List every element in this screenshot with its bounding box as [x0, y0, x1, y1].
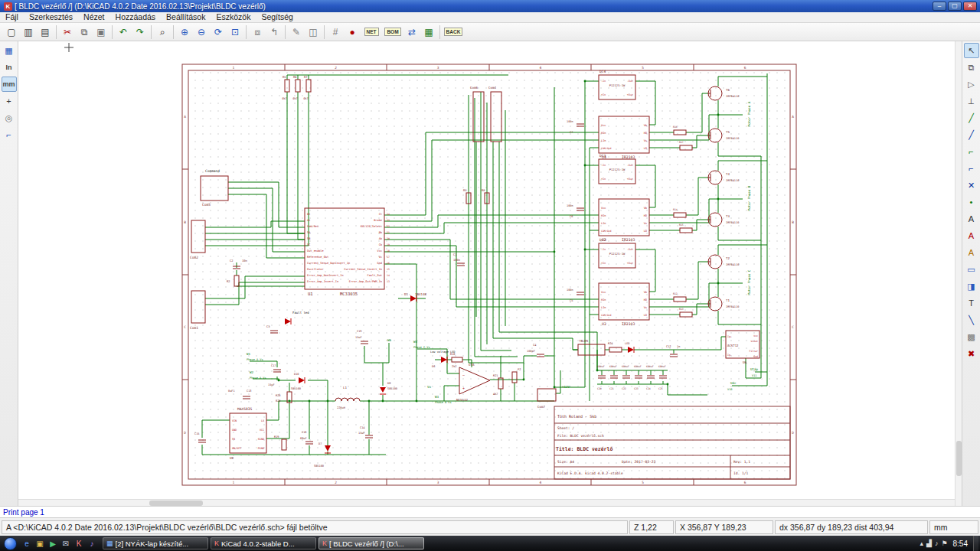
- hidden-pins-button[interactable]: ◎: [2, 110, 17, 126]
- schematic-text: Vb: [644, 124, 647, 127]
- bom-button[interactable]: BOM: [382, 24, 403, 40]
- place-power-port-button[interactable]: ⟂: [964, 93, 979, 109]
- close-button[interactable]: ✕: [963, 2, 977, 11]
- quick-launch-browser-button[interactable]: e: [21, 537, 33, 549]
- menu-hozz-ad-s[interactable]: Hozzáadás: [110, 12, 162, 22]
- quick-launch-media-button[interactable]: ▶: [47, 537, 59, 549]
- place-junction-icon: •: [970, 197, 973, 207]
- minimize-button[interactable]: –: [933, 2, 946, 11]
- place-component-button[interactable]: ▷: [964, 77, 979, 92]
- schematic-text: R16: [673, 126, 678, 129]
- import-sheet-pin-button[interactable]: ◨: [964, 279, 979, 294]
- grid-toggle-button[interactable]: ▦: [2, 43, 17, 58]
- schematic-text: Com1: [190, 326, 198, 330]
- tray-action-center-icon[interactable]: ⚑: [941, 540, 947, 547]
- schematic-text: T3: [726, 214, 730, 218]
- undo-button[interactable]: ↶: [115, 24, 132, 40]
- back-annotate-button[interactable]: BACK: [443, 24, 464, 40]
- menu-be-ll-t-sok[interactable]: Beállítások: [161, 12, 211, 22]
- menu-seg-ts-g[interactable]: Segítség: [256, 12, 298, 22]
- print-button[interactable]: ▤: [37, 24, 54, 40]
- vertical-scrollbar[interactable]: [955, 41, 962, 506]
- menu-eszk-z-k[interactable]: Eszközök: [211, 12, 256, 22]
- cut-button[interactable]: ✂: [59, 24, 76, 40]
- new-schematic-button[interactable]: ▢: [3, 24, 20, 40]
- bus-to-bus-entry-button[interactable]: ⌐: [964, 161, 979, 176]
- delete-item-button[interactable]: ✖: [964, 346, 979, 361]
- place-junction-button[interactable]: •: [964, 194, 979, 210]
- paste-button[interactable]: ▣: [93, 24, 109, 40]
- tray-network-icon[interactable]: ▟: [926, 540, 932, 547]
- units-inch-button[interactable]: In: [2, 60, 17, 75]
- hierarchy-nav-button[interactable]: ⧉: [964, 60, 979, 75]
- no-connect-flag-button[interactable]: ✕: [964, 178, 979, 193]
- cut-icon: ✂: [64, 27, 71, 37]
- library-browser-button[interactable]: ◫: [305, 24, 322, 40]
- hierarchy-navigator-button[interactable]: ⧈: [249, 24, 266, 40]
- run-pcbnew-button[interactable]: ▦: [420, 24, 437, 40]
- schematic-text: D1: [404, 292, 409, 296]
- taskbar-task-icon: ▦: [106, 540, 113, 547]
- vertical-scrollbar-thumb[interactable]: [956, 441, 962, 476]
- zoom-redraw-button[interactable]: ⟳: [210, 24, 227, 40]
- cursor-shape-button[interactable]: +: [2, 93, 17, 109]
- schematic-canvas[interactable]: 112233445566AABBCCDD R5R6R74k74k74k7Comm…: [18, 41, 962, 506]
- wire-to-bus-entry-button[interactable]: ⌐: [964, 144, 979, 159]
- annotate-button[interactable]: #: [327, 24, 344, 40]
- tray-show-hidden-icon[interactable]: ▴: [920, 540, 924, 547]
- place-sheet-button[interactable]: ▭: [964, 262, 979, 277]
- taskbar-task-2[interactable]: KKiCad 4.0.2-stable D...: [211, 537, 316, 549]
- library-editor-button[interactable]: ✎: [288, 24, 305, 40]
- redo-button[interactable]: ↷: [132, 24, 149, 40]
- import-sheet-pin-icon: ◨: [967, 282, 975, 292]
- place-text-button[interactable]: T: [964, 295, 979, 311]
- place-bitmap-button[interactable]: ▩: [964, 329, 979, 344]
- quick-launch-mail-button[interactable]: ✉: [60, 537, 72, 549]
- show-desktop-button[interactable]: [973, 536, 978, 551]
- quick-launch-kicad-button[interactable]: K: [73, 537, 85, 549]
- schematic-text: +Out: [627, 93, 633, 96]
- units-mm-button[interactable]: mm: [2, 77, 17, 92]
- zoom-fit-button[interactable]: ⊡: [227, 24, 243, 40]
- copy-button[interactable]: ⧉: [76, 24, 93, 40]
- place-global-label-button[interactable]: A: [964, 228, 979, 243]
- taskbar-task-1[interactable]: ▦[2] NYÁK-lap készíté...: [103, 537, 208, 549]
- schematic-text: PGND: [258, 447, 264, 450]
- menu-f-jl[interactable]: Fájl: [0, 12, 24, 22]
- maximize-button[interactable]: ▢: [948, 2, 962, 11]
- quick-launch-notes-button[interactable]: ♪: [86, 537, 98, 549]
- place-bus-button[interactable]: ╱: [964, 127, 979, 142]
- erc-button[interactable]: ●: [344, 24, 361, 40]
- footprint-assign-button[interactable]: ⇄: [403, 24, 420, 40]
- place-net-label-icon: A: [969, 214, 974, 223]
- horizontal-scrollbar[interactable]: [18, 499, 955, 506]
- tray-volume-icon[interactable]: ♪: [935, 540, 939, 547]
- grid-toggle-icon: ▦: [5, 46, 12, 56]
- place-hierarchical-label-button[interactable]: A: [964, 245, 979, 260]
- leave-sheet-button[interactable]: ↰: [266, 24, 283, 40]
- menu-n-zet[interactable]: Nézet: [78, 12, 109, 22]
- schematic-text: MC33035: [340, 292, 358, 296]
- start-button[interactable]: [4, 537, 17, 550]
- cancel-tool-cursor-button[interactable]: ↖: [964, 43, 979, 58]
- place-wire-button[interactable]: ╱: [964, 110, 979, 126]
- schematic-text: +: [462, 386, 465, 390]
- taskbar-task-3[interactable]: K[ BLDC vezérlő /] (D:\...: [318, 537, 424, 549]
- taskbar-task-icon: K: [214, 540, 219, 547]
- schematic-text: 100pF: [527, 350, 535, 353]
- netlist-button[interactable]: NET: [361, 24, 382, 40]
- place-graphic-line-button[interactable]: ╲: [964, 312, 979, 328]
- horizontal-scrollbar-thumb[interactable]: [149, 500, 203, 506]
- place-net-label-button[interactable]: A: [964, 211, 979, 227]
- zoom-out-button[interactable]: ⊖: [193, 24, 210, 40]
- zoom-in-button[interactable]: ⊕: [176, 24, 193, 40]
- find-button[interactable]: ⌕: [154, 24, 171, 40]
- page-settings-button[interactable]: ▥: [20, 24, 37, 40]
- menu-szerkeszt-s[interactable]: Szerkesztés: [24, 12, 78, 22]
- quick-launch-explorer-button[interactable]: ▣: [34, 537, 46, 549]
- wire-junction: [309, 400, 311, 403]
- schematic-drawing[interactable]: 112233445566AABBCCDD R5R6R74k74k74k7Comm…: [18, 41, 962, 506]
- system-tray: ▴▟♪⚑: [920, 540, 948, 547]
- hv-wires-button[interactable]: ⌐: [2, 127, 17, 142]
- schematic-text: 1N4148: [415, 292, 427, 296]
